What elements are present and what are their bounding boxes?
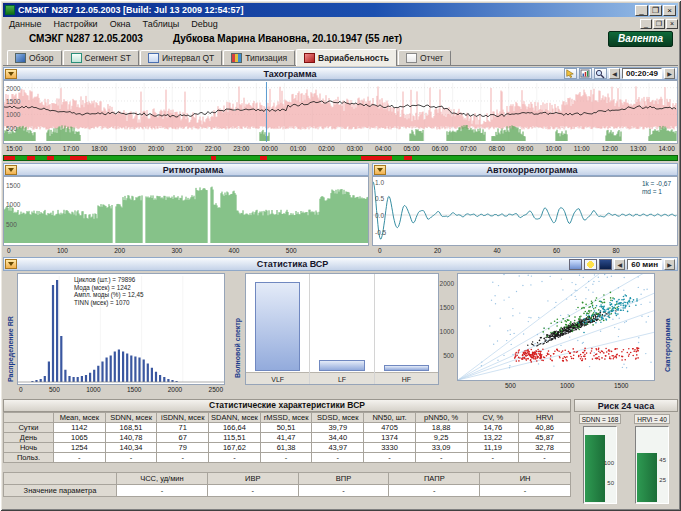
tachogram-chart[interactable]: 200015001000500 — [3, 80, 678, 144]
stats-cell: - — [415, 453, 467, 463]
spectrum-chart[interactable]: VLF LF HF — [245, 273, 439, 385]
tick-label: 2000 — [6, 85, 20, 92]
autocorrelogram-title: Автокоррелограмма — [387, 165, 677, 175]
tick-label: 21:00 — [176, 145, 192, 153]
hrv-menu-button[interactable] — [5, 259, 17, 269]
stats-cell: 140,34 — [105, 443, 157, 453]
stats-cell: 32,78 — [519, 443, 571, 453]
stats-cell: - — [157, 453, 209, 463]
risk-gauges: SDNN = 168 10050 HRVi = 40 4525 — [574, 413, 678, 508]
mdi-minimize-button[interactable]: _ — [640, 19, 652, 29]
arrhythmia-segment — [47, 156, 54, 160]
patient-bar: СМЭКГ N287 12.05.2003 Дубкова Марина Ива… — [3, 30, 678, 48]
time-next-button[interactable]: ▶ — [664, 68, 675, 79]
event-strip[interactable] — [3, 155, 678, 161]
stats-cell: - — [54, 453, 106, 463]
tick-label: 500 — [443, 352, 454, 359]
maximize-button[interactable]: ❐ — [649, 5, 662, 16]
interval-next-button[interactable]: ▶ — [664, 259, 675, 270]
stats-table-title: Статистические характеристики ВСР — [3, 399, 571, 412]
tab-overview[interactable]: Обзор — [7, 50, 62, 65]
tachogram-header: Тахограмма ◀ 00:20:49 ▶ — [3, 67, 678, 80]
zoom-icon[interactable] — [594, 68, 607, 79]
risk-header: Риск 24 часа — [574, 399, 678, 412]
menu-item[interactable]: Настройки — [48, 19, 104, 29]
lf-bar — [319, 360, 365, 371]
autocorrelogram-menu-button[interactable] — [374, 165, 386, 175]
mdi-restore-button[interactable]: ❐ — [653, 19, 665, 29]
interval-prev-button[interactable]: ◀ — [614, 259, 625, 270]
tick-label: 00:00 — [262, 145, 278, 153]
stats-cell: 34,40 — [312, 433, 364, 443]
rr-stat-line: Мода (мсек) = 1242 — [74, 284, 143, 292]
stats-column-header — [4, 413, 54, 423]
tab-report[interactable]: Отчет — [398, 50, 451, 65]
day-icon[interactable] — [584, 259, 597, 270]
stats-cell: 1142 — [54, 423, 106, 433]
tick-label: 500 — [49, 386, 60, 394]
tick-label: 0.5 — [375, 195, 384, 202]
tick-label: 17:00 — [63, 145, 79, 153]
autocorrelogram-chart[interactable]: 1.00.50.0-0.5 — [372, 176, 678, 246]
close-button[interactable]: × — [663, 5, 676, 16]
tick-label: 1.0 — [375, 179, 384, 186]
gauge-tick-label: 45 — [659, 457, 666, 463]
stats-cell: 67 — [157, 433, 209, 443]
time-prev-button[interactable]: ◀ — [609, 68, 620, 79]
menu-item[interactable]: Таблицы — [137, 19, 186, 29]
rr-distribution-chart[interactable]: Циклов (шт.) = 79896Мода (мсек) = 1242Ам… — [17, 273, 225, 385]
rr-stats: Циклов (шт.) = 79896Мода (мсек) = 1242Ам… — [74, 276, 143, 306]
tab-st-segment[interactable]: Сегмент ST — [63, 50, 139, 65]
param-table[interactable]: ЧСС, уд/минИВРВПРПАПРИНЗначение параметр… — [3, 472, 571, 497]
export-chart-icon[interactable] — [579, 68, 592, 79]
stats-cell: 41,47 — [260, 433, 312, 443]
tab-typing[interactable]: Типизация — [223, 50, 295, 65]
stats-cell: - — [260, 453, 312, 463]
param-cell: - — [480, 485, 571, 497]
menu-item[interactable]: Данные — [3, 19, 48, 29]
stats-table[interactable]: Mean, мсекSDNN, мсекiSDNN, мсекSDANN, мс… — [3, 412, 571, 463]
stats-cell: 50,51 — [260, 423, 312, 433]
scattergram-chart[interactable] — [457, 273, 655, 381]
stats-cell: 18,88 — [415, 423, 467, 433]
stats-cell: 1065 — [54, 433, 106, 443]
stats-row-label: День — [4, 433, 54, 443]
param-column-header: ИВР — [207, 473, 298, 485]
stats-cell: 40,86 — [519, 423, 571, 433]
tab-variability[interactable]: Вариабельность — [296, 49, 397, 66]
stats-row-label: Ночь — [4, 443, 54, 453]
tab-qt-interval[interactable]: Интервал QT — [140, 50, 222, 65]
tick-label: 1500 — [6, 98, 20, 105]
tachogram-x-axis: 15:0016:0017:0018:0019:0020:0021:0022:00… — [3, 145, 678, 153]
tick-label: 40 — [493, 247, 500, 255]
qt-interval-icon — [148, 53, 159, 63]
stats-cell: - — [467, 453, 519, 463]
param-cell: - — [389, 485, 480, 497]
gauge-tick-label: 100 — [604, 460, 614, 466]
arrhythmia-segment — [27, 156, 35, 160]
night-icon[interactable] — [599, 259, 612, 270]
tick-label: 1000 — [6, 111, 20, 118]
histogram-icon[interactable] — [569, 259, 582, 270]
tick-label: 18:00 — [91, 145, 107, 153]
stats-row-label: Польз. — [4, 453, 54, 463]
time-display: 00:20:49 — [622, 68, 662, 79]
rhythmogram-chart[interactable]: 15001000500 — [3, 176, 369, 246]
rhythmogram-menu-button[interactable] — [5, 165, 17, 175]
mdi-close-button[interactable]: × — [666, 19, 678, 29]
menu-item[interactable]: Окна — [104, 19, 137, 29]
menu-item[interactable]: Debug — [185, 19, 224, 29]
tachogram-menu-button[interactable] — [5, 69, 17, 79]
typing-icon — [231, 53, 242, 63]
arrhythmia-segment — [404, 156, 412, 160]
autocorrelogram-header: Автокоррелограмма — [372, 163, 678, 176]
stats-cell: 33,09 — [415, 443, 467, 453]
stats-column-header: iSDNN, мсек — [157, 413, 209, 423]
pointer-tool-icon[interactable] — [564, 68, 577, 79]
stats-column-header: pNN50, % — [415, 413, 467, 423]
arrhythmia-segment — [211, 156, 216, 160]
tick-label: 2000 — [168, 386, 182, 394]
tick-label: 60 — [553, 247, 560, 255]
title-bar[interactable]: СМЭКГ N287 12.05.2003 [Build: Jul 13 200… — [3, 3, 678, 17]
minimize-button[interactable]: _ — [635, 5, 648, 16]
